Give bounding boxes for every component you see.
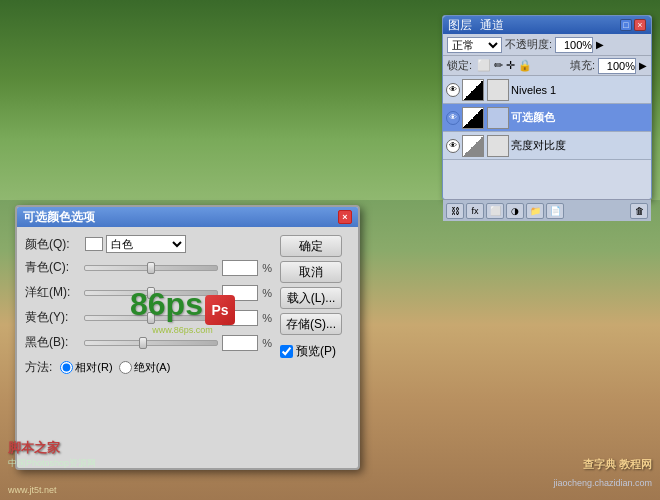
method-row: 方法: 相对(R) 绝对(A) [25,359,272,376]
delete-layer-button[interactable]: 🗑 [630,203,648,219]
method-relative-option[interactable]: 相对(R) [60,360,112,375]
layers-close-button[interactable]: × [634,19,646,31]
opacity-label: 不透明度: [505,37,552,52]
cyan-slider-thumb[interactable] [147,262,155,274]
foot-sub: 中国Photoshop资源网 [8,457,96,470]
layer-thumbnail [462,79,484,101]
layer-mask-thumb [487,107,509,129]
lock-label: 锁定: [447,58,472,73]
lock-all-icon[interactable]: 🔒 [518,59,532,72]
black-unit: % [262,337,272,349]
color-label: 颜色(Q): [25,236,85,253]
layer-visibility-icon[interactable]: 👁 [446,139,460,153]
method-absolute-option[interactable]: 绝对(A) [119,360,171,375]
layers-lock-row: 锁定: ⬜ ✏ ✛ 🔒 填充: ▶ [443,56,651,76]
lock-transparent-icon[interactable]: ⬜ [477,59,491,72]
cancel-button[interactable]: 取消 [280,261,342,283]
layers-title-tabs: 图层 通道 [448,17,504,34]
cyan-slider-row: 青色(C): 0 % [25,259,272,276]
tab-channels[interactable]: 通道 [480,17,504,34]
yellow-unit: % [262,312,272,324]
layers-bottom-toolbar: ⛓ fx ⬜ ◑ 📁 📄 🗑 [443,199,651,221]
fill-label: 填充: [570,58,595,73]
new-adjustment-button[interactable]: ◑ [506,203,524,219]
method-label: 方法: [25,359,52,376]
black-slider-track[interactable] [84,340,218,346]
preview-row: 预览(P) [280,343,350,360]
method-absolute-radio[interactable] [119,361,132,374]
layer-item[interactable]: 👁 可选颜色 [443,104,651,132]
layers-max-button[interactable]: □ [620,19,632,31]
selective-color-dialog: 可选颜色选项 × 颜色(Q): 白色 青色(C): 0 [15,205,360,470]
layer-visibility-icon[interactable]: 👁 [446,83,460,97]
load-button[interactable]: 载入(L)... [280,287,342,309]
color-dropdown[interactable]: 白色 [106,235,186,253]
layer-mask-thumb [487,79,509,101]
logo-area: 86ps Ps www.86ps.com [130,286,235,335]
dialog-close-button[interactable]: × [338,210,352,224]
cyan-input[interactable]: 0 [222,260,258,276]
layer-mask-thumb [487,135,509,157]
new-group-button[interactable]: 📁 [526,203,544,219]
layer-thumbnail [462,107,484,129]
method-radio-group: 相对(R) 绝对(A) [60,360,170,375]
lock-paint-icon[interactable]: ✏ [494,59,503,72]
link-layers-button[interactable]: ⛓ [446,203,464,219]
layer-item[interactable]: 👁 亮度对比度 [443,132,651,160]
method-relative-label: 相对(R) [75,360,112,375]
foot-brand: 脚本之家 [8,439,96,457]
bottom-right-watermark: jiaocheng.chazidian.com [553,478,652,488]
dialog-title: 可选颜色选项 [23,209,95,226]
add-mask-button[interactable]: ⬜ [486,203,504,219]
fill-arrow[interactable]: ▶ [639,60,647,71]
layer-name: Niveles 1 [511,84,648,96]
logo-ps-badge: Ps [205,295,235,325]
dialog-body: 颜色(Q): 白色 青色(C): 0 % 洋红(M): [17,227,358,468]
color-selector-row: 颜色(Q): 白色 [25,235,272,253]
tab-layers[interactable]: 图层 [448,17,472,34]
preview-checkbox[interactable] [280,345,293,358]
dialog-left-panel: 颜色(Q): 白色 青色(C): 0 % 洋红(M): [25,235,272,460]
black-slider-container [84,340,218,346]
blend-mode-select[interactable]: 正常 [447,37,502,53]
cyan-slider-track[interactable] [84,265,218,271]
method-absolute-label: 绝对(A) [134,360,171,375]
opacity-arrow[interactable]: ▶ [596,39,604,50]
save-button[interactable]: 存储(S)... [280,313,342,335]
layers-list: 👁 Niveles 1 👁 可选颜色 👁 亮度对比度 [443,76,651,199]
layer-visibility-icon[interactable]: 👁 [446,111,460,125]
add-style-button[interactable]: fx [466,203,484,219]
cyan-label: 青色(C): [25,259,80,276]
black-slider-thumb[interactable] [139,337,147,349]
yellow-label: 黄色(Y): [25,309,80,326]
opacity-input[interactable] [555,37,593,53]
cyan-unit: % [262,262,272,274]
footer-logo: 脚本之家 中国Photoshop资源网 [8,439,96,470]
layer-name: 可选颜色 [511,110,648,125]
ok-button[interactable]: 确定 [280,235,342,257]
bottom-left-watermark: www.jt5t.net [8,485,57,495]
black-slider-row: 黑色(B): -6 % [25,334,272,351]
layer-item[interactable]: 👁 Niveles 1 [443,76,651,104]
new-layer-button[interactable]: 📄 [546,203,564,219]
black-label: 黑色(B): [25,334,80,351]
method-relative-radio[interactable] [60,361,73,374]
layers-mode-toolbar: 正常 不透明度: ▶ [443,34,651,56]
black-input[interactable]: -6 [222,335,258,351]
magenta-unit: % [262,287,272,299]
logo-url: www.86ps.com [152,325,213,335]
layer-thumbnail [462,135,484,157]
dialog-titlebar: 可选颜色选项 × [17,207,358,227]
layer-name: 亮度对比度 [511,138,648,153]
fill-input[interactable] [598,58,636,74]
cyan-slider-container [84,265,218,271]
color-swatch[interactable] [85,237,103,251]
lock-move-icon[interactable]: ✛ [506,59,515,72]
logo-number: 86ps [130,286,203,323]
dialog-buttons-panel: 确定 取消 载入(L)... 存储(S)... 预览(P) [280,235,350,460]
logo-86ps: 86ps Ps [130,286,235,325]
magenta-label: 洋红(M): [25,284,80,301]
site-mark-label: 查字典 教程网 [583,457,652,472]
layers-panel: 图层 通道 □ × 正常 不透明度: ▶ 锁定: ⬜ ✏ ✛ 🔒 填充: ▶ 👁… [442,15,652,200]
preview-label: 预览(P) [296,343,336,360]
